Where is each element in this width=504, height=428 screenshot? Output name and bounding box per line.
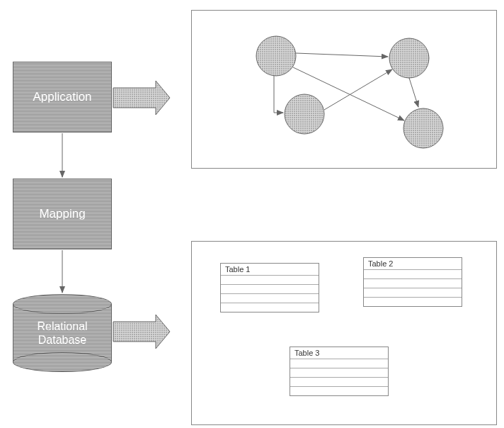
application-box: Application [13,62,112,133]
application-label: Application [33,90,91,104]
database-cylinder: Relational Database [13,294,112,372]
table-2: Table 2 [363,257,462,307]
graph-node [389,38,429,78]
block-arrow-app [113,81,170,115]
graph-edge [409,78,418,107]
mapping-box: Mapping [13,179,112,249]
graph-panel [191,10,497,169]
block-arrow-db [113,315,170,349]
diagram-canvas: Application Mapping Relational Database [0,0,504,428]
tables-panel: Table 1 Table 2 Table 3 [191,241,497,425]
graph-node [403,108,443,148]
graph-svg [192,11,498,169]
graph-node [285,94,324,134]
table-1: Table 1 [220,263,319,312]
table-2-label: Table 2 [364,258,462,269]
graph-edge [324,69,392,110]
graph-node [256,36,296,76]
table-1-label: Table 1 [221,264,319,275]
svg-marker-7 [113,315,170,349]
graph-edge [296,53,388,57]
table-3: Table 3 [290,347,389,396]
table-3-label: Table 3 [290,347,388,359]
svg-marker-6 [113,81,170,115]
graph-edge [274,76,283,113]
mapping-label: Mapping [39,207,85,221]
database-label: Relational Database [13,320,112,347]
